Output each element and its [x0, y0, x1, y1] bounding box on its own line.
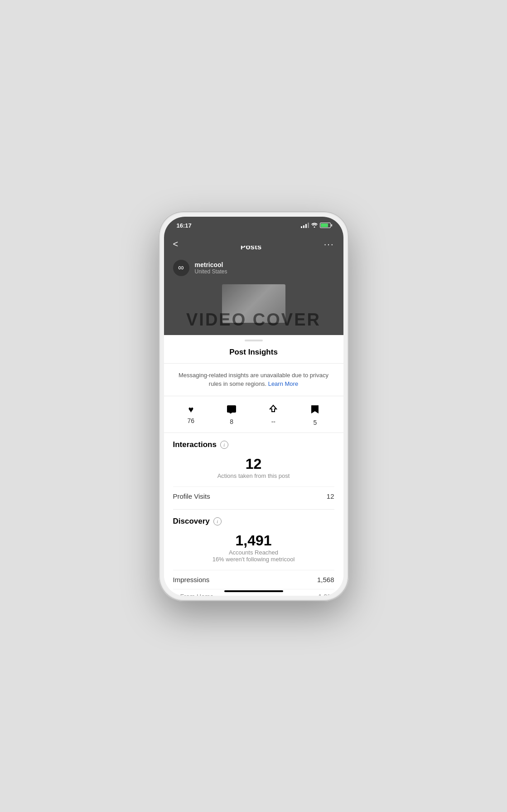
discovery-title: Discovery [173, 517, 210, 526]
from-home-value: 1,221 [318, 593, 334, 596]
impressions-label: Impressions [173, 576, 210, 583]
likes-value: 76 [188, 417, 195, 424]
status-bar: 16:17 [164, 217, 343, 233]
notch [227, 236, 281, 246]
learn-more-link[interactable]: Learn More [268, 380, 298, 387]
stats-row: ♥ 76 8 - [164, 396, 343, 433]
profile-visits-row: Profile Visits 12 [173, 486, 334, 506]
battery-icon [320, 223, 331, 228]
interactions-title: Interactions [173, 440, 217, 449]
sheet-handle [245, 340, 263, 341]
battery-fill [321, 224, 328, 227]
account-name: metricool [195, 261, 334, 268]
from-home-label: From Home [180, 593, 214, 596]
comments-icon [227, 404, 236, 416]
profile-visits-label: Profile Visits [173, 492, 210, 500]
phone-frame: 16:17 [159, 211, 349, 601]
back-button[interactable]: < [173, 239, 179, 249]
interactions-info-icon[interactable]: i [220, 441, 228, 449]
phone-screen: 16:17 [164, 217, 343, 596]
likes-icon: ♥ [188, 404, 193, 415]
status-icons [301, 222, 331, 229]
discovery-header: Discovery i [173, 517, 334, 526]
saves-value: 5 [314, 419, 317, 426]
shares-icon [269, 404, 278, 416]
more-button[interactable]: ··· [324, 239, 334, 249]
time-display: 16:17 [177, 222, 192, 229]
discovery-section: Discovery i 1,491 Accounts Reached 16% w… [164, 510, 343, 596]
avatar-symbol: ∞ [178, 263, 184, 272]
account-row: ∞ metricool United States [164, 255, 343, 281]
interactions-big-label: Actions taken from this post [173, 472, 334, 479]
discovery-big-number: 1,491 [173, 532, 334, 549]
wifi-icon [311, 222, 318, 229]
interactions-big-number: 12 [173, 456, 334, 472]
impressions-value: 1,568 [317, 576, 334, 583]
signal-icon [301, 223, 309, 228]
video-cover-area: VIDEO COVER [164, 281, 343, 335]
video-cover-text: VIDEO COVER [186, 310, 321, 330]
sheet-title: Post Insights [164, 343, 343, 363]
discovery-big-label: Accounts Reached 16% weren't following m… [173, 549, 334, 563]
stat-shares: -- [269, 404, 278, 426]
home-indicator [224, 590, 283, 592]
saves-icon [310, 404, 319, 417]
discovery-info-icon[interactable]: i [213, 517, 222, 525]
bottom-sheet: Post Insights Messaging-related insights… [164, 335, 343, 596]
profile-visits-value: 12 [327, 492, 334, 500]
interactions-section: Interactions i 12 Actions taken from thi… [164, 433, 343, 510]
comments-value: 8 [230, 418, 233, 425]
stat-saves: 5 [310, 404, 319, 426]
impressions-row: Impressions 1,568 [173, 570, 334, 589]
stat-comments: 8 [227, 404, 236, 426]
account-location: United States [195, 268, 334, 275]
interactions-header: Interactions i [173, 440, 334, 449]
account-info: metricool United States [195, 261, 334, 275]
stat-likes: ♥ 76 [188, 404, 195, 426]
privacy-notice: Messaging-related insights are unavailab… [164, 364, 343, 396]
post-preview-area: < METRICOOL Posts ··· ∞ metricool United… [164, 233, 343, 335]
privacy-text: Messaging-related insights are unavailab… [179, 372, 328, 388]
shares-value: -- [271, 418, 275, 425]
avatar: ∞ [173, 260, 189, 276]
